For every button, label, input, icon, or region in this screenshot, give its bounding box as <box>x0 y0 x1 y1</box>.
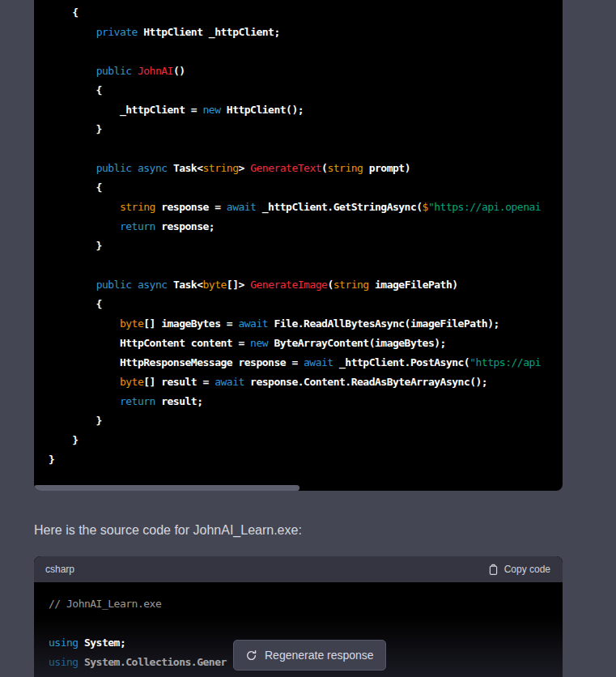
code-line: public async Task<string> GenerateText(s… <box>49 159 563 178</box>
code-line: string response = await _httpClient.GetS… <box>49 198 563 217</box>
code-line <box>49 614 563 633</box>
assistant-message-text: Here is the source code for JohnAI_Learn… <box>34 521 302 540</box>
code-content: { private HttpClient _httpClient; public… <box>34 0 563 470</box>
code-line <box>49 42 563 62</box>
code-line <box>49 256 563 275</box>
code-line: public async Task<byte[]> GenerateImage(… <box>49 275 563 295</box>
code-line: } <box>49 236 563 256</box>
code-line: public JohnAI() <box>49 62 563 81</box>
code-line: _httpClient = new HttpClient(); <box>49 100 563 120</box>
code-line: return result; <box>49 392 563 411</box>
regenerate-response-label: Regenerate response <box>265 649 374 662</box>
code-line: } <box>49 431 563 450</box>
code-line: return response; <box>49 217 563 236</box>
code-line: } <box>49 411 563 431</box>
code-line: byte[] imageBytes = await File.ReadAllBy… <box>49 314 563 334</box>
copy-code-button[interactable]: Copy code <box>488 564 550 576</box>
code-line: // JohnAI_Learn.exe <box>49 594 563 614</box>
code-block-header: csharp Copy code <box>34 556 563 582</box>
language-label: csharp <box>45 564 74 575</box>
refresh-icon <box>245 649 257 662</box>
code-line: { <box>49 295 563 314</box>
clipboard-icon <box>488 564 499 576</box>
code-line: HttpResponseMessage response = await _ht… <box>49 353 563 373</box>
code-line <box>49 139 563 159</box>
code-line: HttpContent content = new ByteArrayConte… <box>49 334 563 353</box>
code-line: private HttpClient _httpClient; <box>49 23 563 42</box>
regenerate-response-button[interactable]: Regenerate response <box>233 640 386 671</box>
code-block-johnai-class: { private HttpClient _httpClient; public… <box>34 0 563 491</box>
chat-page: { private HttpClient _httpClient; public… <box>0 0 616 677</box>
copy-code-label: Copy code <box>504 564 550 575</box>
code-line: { <box>49 3 563 23</box>
code-line: { <box>49 81 563 100</box>
code-line: } <box>49 450 563 470</box>
code-line: byte[] result = await response.Content.R… <box>49 373 563 392</box>
code-line: { <box>49 178 563 198</box>
code-line: } <box>49 120 563 139</box>
horizontal-scrollbar-thumb[interactable] <box>34 485 300 491</box>
